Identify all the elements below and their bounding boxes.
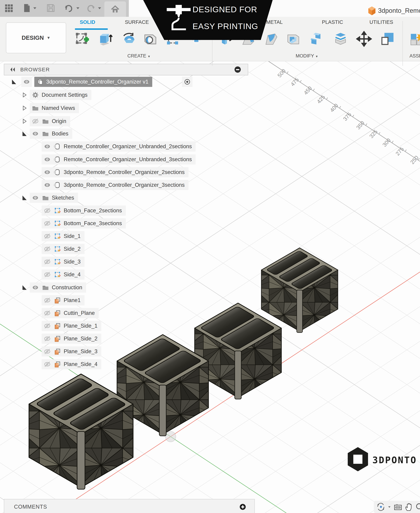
tree-item-label[interactable]: Construction <box>52 284 82 291</box>
visibility-off-icon[interactable] <box>43 258 51 266</box>
tree-row-plane[interactable]: Cuttin_Plane <box>0 308 262 318</box>
chamfer-button[interactable] <box>263 31 279 47</box>
tab-utilities[interactable]: UTILITIES <box>369 19 393 27</box>
orbit-icon[interactable] <box>376 502 385 511</box>
visibility-off-icon[interactable] <box>43 335 51 342</box>
tree-row-plane[interactable]: Plane1 <box>0 295 262 305</box>
create-sketch-button[interactable] <box>74 31 90 47</box>
visibility-off-icon[interactable] <box>43 322 51 330</box>
tree-item-label[interactable]: Plane1 <box>64 297 81 303</box>
tree-row-body[interactable]: Remote_Controller_Organizer_Unbranded_3s… <box>0 154 262 164</box>
tree-row-sketches[interactable]: Sketches <box>0 193 262 203</box>
tree-row-body[interactable]: Remote_Controller_Organizer_Unbranded_2s… <box>0 141 262 152</box>
visibility-eye-icon[interactable] <box>43 143 51 150</box>
visibility-off-icon[interactable] <box>43 219 51 227</box>
expand-icon[interactable] <box>10 78 17 86</box>
add-comment-icon[interactable] <box>239 503 246 511</box>
tree-item-label[interactable]: Side_4 <box>64 271 81 278</box>
align-button[interactable] <box>379 31 396 47</box>
tree-row-sketch[interactable]: Bottom_Face_3sections <box>0 218 262 228</box>
tree-item-label[interactable]: 3dponto_Remote_Controller_Organizer_3sec… <box>64 182 185 188</box>
visibility-off-icon[interactable] <box>31 117 39 125</box>
root-label[interactable]: 3dponto_Remote_Controller_Organizer v1 <box>46 79 148 85</box>
tree-item-label[interactable]: Document Settings <box>42 92 88 98</box>
visibility-off-icon[interactable] <box>43 296 51 304</box>
tree-item-label[interactable]: Remote_Controller_Organizer_Unbranded_3s… <box>64 156 192 163</box>
combine-button[interactable] <box>308 31 324 47</box>
visibility-off-icon[interactable] <box>43 271 51 278</box>
tree-item-label[interactable]: Plane_Side_4 <box>64 361 98 367</box>
assemble-group-label[interactable]: ASSEMBLE <box>410 53 420 59</box>
home-view-tab[interactable] <box>104 1 126 17</box>
visibility-eye-icon[interactable] <box>43 155 51 163</box>
create-group-label[interactable]: CREATE ▼ <box>128 53 150 59</box>
workspace-selector[interactable]: DESIGN ▼ <box>6 23 66 53</box>
tree-item-label[interactable]: Side_2 <box>64 246 81 252</box>
collapse-panel-icon[interactable] <box>9 66 16 73</box>
visibility-eye-icon[interactable] <box>43 181 51 189</box>
undo-caret-icon[interactable] <box>75 3 81 13</box>
tree-row-body[interactable]: 3dponto_Remote_Controller_Organizer_2sec… <box>0 167 262 177</box>
expand-icon[interactable] <box>21 91 28 99</box>
tree-item-label[interactable]: Side_3 <box>64 259 81 265</box>
tab-solid[interactable]: SOLID <box>80 19 95 27</box>
orbit-caret-icon[interactable] <box>387 502 392 511</box>
tree-row-bodies[interactable]: Bodies <box>0 129 262 139</box>
zoom-icon[interactable] <box>415 502 420 511</box>
tree-item-label[interactable]: Plane_Side_1 <box>64 323 98 329</box>
tree-row-named-views[interactable]: Named Views <box>0 103 262 113</box>
visibility-off-icon[interactable] <box>43 309 51 317</box>
tree-row-sketch[interactable]: Bottom_Face_2sections <box>0 206 262 216</box>
tree-row-body[interactable]: 3dponto_Remote_Controller_Organizer_3sec… <box>0 180 262 190</box>
tree-row-sketch[interactable]: Side_2 <box>0 244 262 254</box>
tree-item-label[interactable]: Bottom_Face_3sections <box>64 220 122 226</box>
visibility-off-icon[interactable] <box>43 360 51 368</box>
modify-group-label[interactable]: MODIFY ▼ <box>296 53 318 59</box>
tree-item-label[interactable]: Bottom_Face_2sections <box>64 207 122 214</box>
expand-icon[interactable] <box>21 130 28 137</box>
redo-caret-icon[interactable] <box>97 3 103 13</box>
document-title[interactable]: 3dponto_Remo <box>378 7 420 14</box>
tree-row-origin[interactable]: Origin <box>0 116 262 126</box>
revolve-button[interactable] <box>121 31 137 47</box>
tree-item-label[interactable]: Bodies <box>52 131 68 137</box>
visibility-eye-icon[interactable] <box>43 168 51 176</box>
tab-surface[interactable]: SURFACE <box>125 19 149 27</box>
tree-row-sketch[interactable]: Side_4 <box>0 270 262 280</box>
redo-icon[interactable] <box>86 3 96 13</box>
visibility-eye-icon[interactable] <box>23 78 30 86</box>
visibility-eye-icon[interactable] <box>31 284 39 291</box>
tab-plastic[interactable]: PLASTIC <box>322 19 343 27</box>
tree-item-label[interactable]: 3dponto_Remote_Controller_Organizer_2sec… <box>64 169 185 175</box>
tree-row-plane[interactable]: Plane_Side_1 <box>0 321 262 331</box>
root-selection[interactable]: 3dponto_Remote_Controller_Organizer v1 <box>34 77 152 87</box>
tree-item-label[interactable]: Cuttin_Plane <box>64 310 95 316</box>
expand-icon[interactable] <box>21 284 28 291</box>
tree-item-label[interactable]: Named Views <box>42 105 75 111</box>
visibility-off-icon[interactable] <box>43 207 51 214</box>
tree-item-label[interactable]: Origin <box>52 118 66 124</box>
visibility-off-icon[interactable] <box>43 245 51 253</box>
expand-icon[interactable] <box>21 117 28 125</box>
comments-panel[interactable]: COMMENTS <box>4 499 255 513</box>
tree-item-label[interactable]: Side_1 <box>64 233 81 239</box>
tree-row-construction[interactable]: Construction <box>0 282 262 293</box>
app-grid-icon[interactable] <box>4 3 14 13</box>
expand-icon[interactable] <box>21 194 28 202</box>
tree-row-root[interactable]: 3dponto_Remote_Controller_Organizer v1 <box>0 77 262 87</box>
tree-item-label[interactable]: Remote_Controller_Organizer_Unbranded_2s… <box>64 143 192 150</box>
expand-icon[interactable] <box>21 104 28 112</box>
extrude-button[interactable] <box>97 31 113 47</box>
tree-row-sketch[interactable]: Side_3 <box>0 257 262 267</box>
minimize-panel-icon[interactable] <box>234 66 241 73</box>
activate-component-radio-icon[interactable] <box>183 78 191 86</box>
hole-button[interactable] <box>142 31 158 47</box>
visibility-off-icon[interactable] <box>43 232 51 240</box>
visibility-eye-icon[interactable] <box>31 130 39 138</box>
tree-item-label[interactable]: Plane_Side_3 <box>64 348 98 355</box>
tree-row-document-settings[interactable]: Document Settings <box>0 90 262 100</box>
look-at-icon[interactable] <box>393 502 403 511</box>
move-copy-button[interactable] <box>356 31 372 47</box>
shell-button[interactable] <box>285 31 301 47</box>
visibility-off-icon[interactable] <box>43 348 51 355</box>
